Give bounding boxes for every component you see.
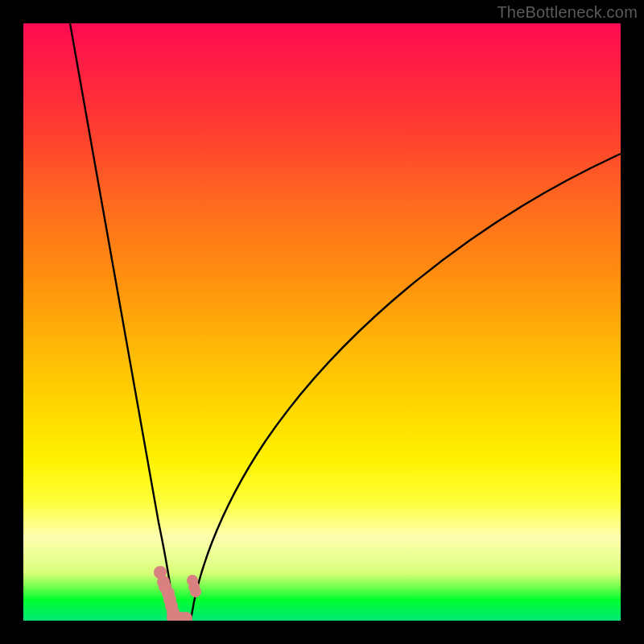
- plot-area: [23, 23, 621, 621]
- left-marker-cluster: [154, 566, 192, 621]
- watermark-text: TheBottleneck.com: [497, 3, 638, 22]
- svg-point-13: [190, 586, 201, 597]
- chart-frame: TheBottleneck.com: [0, 0, 644, 644]
- left-curve: [70, 23, 175, 621]
- right-curve: [191, 154, 621, 621]
- curves-svg: [23, 23, 621, 621]
